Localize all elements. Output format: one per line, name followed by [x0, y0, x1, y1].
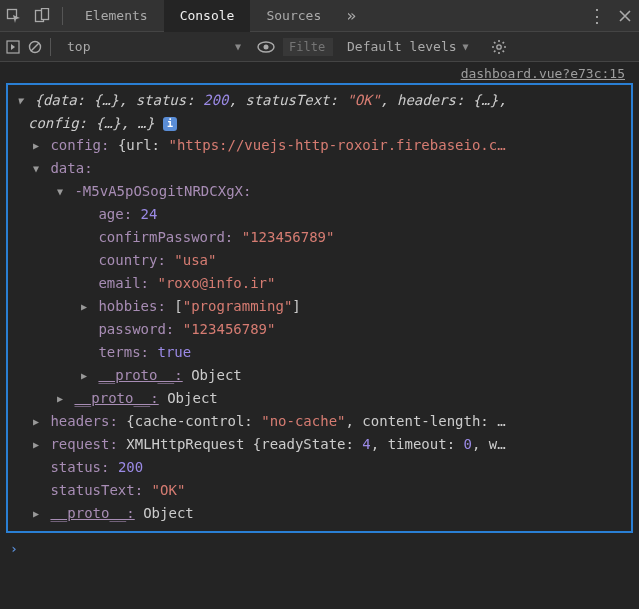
prop-country[interactable]: ▶ country: "usa"	[8, 249, 631, 272]
tab-sources[interactable]: Sources	[250, 0, 337, 32]
prop-proto[interactable]: ▶ __proto__: Object	[8, 502, 631, 525]
svg-point-8	[496, 44, 500, 48]
filter-input[interactable]	[283, 38, 333, 56]
expand-arrow-icon[interactable]: ▶	[30, 135, 42, 157]
levels-label: Default levels	[347, 39, 457, 54]
tab-elements[interactable]: Elements	[69, 0, 164, 32]
svg-line-16	[502, 42, 503, 43]
expand-arrow-icon[interactable]: ▶	[78, 365, 90, 387]
context-selector[interactable]: top ▼	[59, 36, 249, 58]
settings-gear-icon[interactable]	[491, 39, 507, 55]
close-devtools-icon[interactable]	[611, 10, 639, 22]
clear-console-icon[interactable]	[28, 40, 42, 54]
prop-hobbies[interactable]: ▶ hobbies: ["programming"]	[8, 295, 631, 318]
prop-email[interactable]: ▶ email: "roxo@info.ir"	[8, 272, 631, 295]
prop-proto[interactable]: ▶ __proto__: Object	[8, 364, 631, 387]
svg-line-15	[494, 50, 495, 51]
prop-password[interactable]: ▶ password: "123456789"	[8, 318, 631, 341]
live-expression-icon[interactable]	[257, 40, 275, 54]
prop-terms[interactable]: ▶ terms: true	[8, 341, 631, 364]
devtools-tabbar: Elements Console Sources » ⋮	[0, 0, 639, 32]
divider	[62, 7, 63, 25]
more-tabs-icon[interactable]: »	[337, 6, 365, 25]
prop-confirmPassword[interactable]: ▶ confirmPassword: "123456789"	[8, 226, 631, 249]
console-output: ▼ {data: {…}, status: 200, statusText: "…	[6, 83, 633, 533]
expand-arrow-icon[interactable]: ▶	[78, 296, 90, 318]
source-link[interactable]: dashboard.vue?e73c:15	[0, 62, 639, 81]
toggle-sidebar-icon[interactable]	[6, 40, 20, 54]
svg-rect-2	[42, 8, 49, 19]
prop-data[interactable]: ▼ data:	[8, 157, 631, 180]
expand-arrow-icon[interactable]: ▶	[30, 411, 42, 433]
console-toolbar: top ▼ Default levels ▼	[0, 32, 639, 62]
prop-record[interactable]: ▼ -M5vA5pOSogitNRDCXgX:	[8, 180, 631, 203]
prop-request[interactable]: ▶ request: XMLHttpRequest {readyState: 4…	[8, 433, 631, 456]
prop-statusText[interactable]: ▶ statusText: "OK"	[8, 479, 631, 502]
svg-line-5	[31, 43, 39, 51]
svg-line-14	[502, 50, 503, 51]
tab-console[interactable]: Console	[164, 0, 251, 32]
svg-line-13	[494, 42, 495, 43]
expand-arrow-icon[interactable]: ▶	[30, 503, 42, 525]
expand-arrow-icon[interactable]: ▼	[30, 158, 42, 180]
divider	[50, 38, 51, 56]
svg-point-7	[264, 44, 269, 49]
log-levels-selector[interactable]: Default levels ▼	[341, 39, 475, 54]
prop-headers[interactable]: ▶ headers: {cache-control: "no-cache", c…	[8, 410, 631, 433]
prop-status[interactable]: ▶ status: 200	[8, 456, 631, 479]
kebab-menu-icon[interactable]: ⋮	[583, 5, 611, 26]
chevron-down-icon: ▼	[235, 41, 241, 52]
expand-arrow-icon[interactable]: ▶	[54, 388, 66, 410]
prop-config[interactable]: ▶ config: {url: "https://vuejs-http-roxo…	[8, 134, 631, 157]
expand-arrow-icon[interactable]: ▼	[54, 181, 66, 203]
object-summary-line1[interactable]: ▼ {data: {…}, status: 200, statusText: "…	[8, 89, 631, 112]
context-label: top	[67, 39, 90, 54]
prop-age[interactable]: ▶ age: 24	[8, 203, 631, 226]
inspect-icon[interactable]	[0, 8, 28, 24]
device-toggle-icon[interactable]	[28, 8, 56, 24]
chevron-down-icon: ▼	[463, 41, 469, 52]
prop-proto[interactable]: ▶ __proto__: Object	[8, 387, 631, 410]
object-summary-line2[interactable]: config: {…}, …} i	[8, 112, 631, 134]
console-prompt[interactable]: ›	[0, 535, 639, 562]
expand-arrow-icon[interactable]: ▶	[30, 434, 42, 456]
info-badge-icon[interactable]: i	[163, 117, 177, 131]
expand-arrow-icon[interactable]: ▼	[14, 90, 26, 112]
